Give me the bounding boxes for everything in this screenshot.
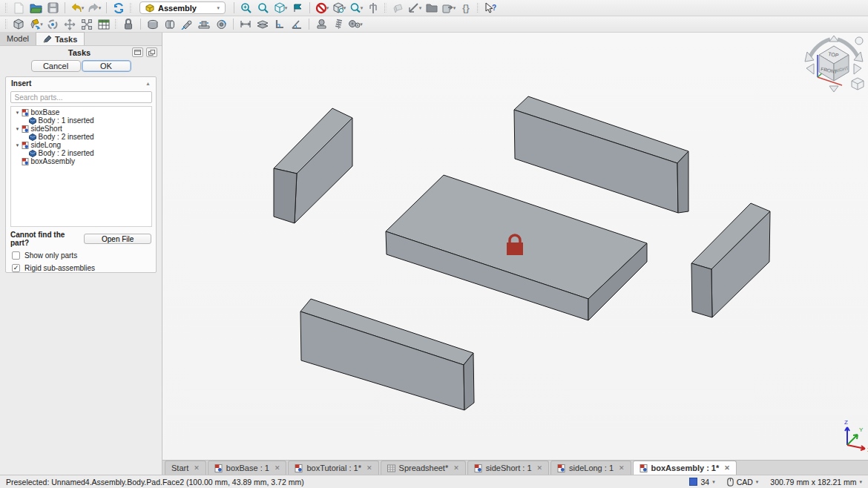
- undo-button[interactable]: ▾: [69, 1, 85, 16]
- nav-right-arrow-icon[interactable]: [854, 64, 861, 74]
- tree-item-body[interactable]: Body : 2 inserted: [11, 133, 151, 141]
- expander-icon[interactable]: ▼: [14, 143, 22, 148]
- open-file-button-panel[interactable]: Open File: [84, 234, 151, 244]
- redo-button[interactable]: ▾: [86, 1, 102, 16]
- screw-joint-button[interactable]: [330, 17, 346, 32]
- collapse-section-icon[interactable]: ▲: [145, 81, 151, 86]
- open-file-button[interactable]: [27, 1, 44, 16]
- toolbar-grip[interactable]: [477, 3, 479, 13]
- mdi-tab-boxbase[interactable]: boxBase : 1 ✕: [208, 461, 287, 475]
- tab-model[interactable]: Model: [0, 32, 36, 45]
- bill-of-materials-button[interactable]: [96, 17, 112, 32]
- checkbox-checked[interactable]: ✓: [12, 264, 20, 272]
- rack-pinion-joint-button[interactable]: [313, 17, 329, 32]
- mdi-tab-boxtutorial[interactable]: boxTutorial : 1* ✕: [288, 461, 378, 475]
- gear-belt-joint-button[interactable]: ▾: [347, 17, 364, 32]
- dropdown-arrow[interactable]: ▾: [99, 5, 102, 10]
- toolbar-grip[interactable]: [115, 19, 117, 29]
- exploded-view-button[interactable]: [79, 17, 95, 32]
- dropdown-arrow[interactable]: ▾: [361, 5, 364, 10]
- zoom-selection-button[interactable]: [255, 1, 272, 16]
- mdi-tab-sideshort[interactable]: sideShort : 1 ✕: [467, 461, 549, 475]
- nav-cube-body[interactable]: TOP FRONT RIGHT: [819, 46, 849, 81]
- toolbar-grip[interactable]: [130, 3, 132, 13]
- dock-overlay-button[interactable]: [289, 1, 306, 16]
- status-view-size[interactable]: 300.79 mm x 182.21 mm ▾: [770, 478, 862, 487]
- toolbar-grip[interactable]: [5, 3, 7, 13]
- fixed-joint-button[interactable]: [145, 17, 161, 32]
- dropdown-arrow[interactable]: ▾: [419, 5, 422, 10]
- move-part-button[interactable]: [62, 17, 78, 32]
- option-rigid-subassemblies[interactable]: ✓ Rigid sub-assemblies: [12, 264, 156, 272]
- close-icon[interactable]: ✕: [194, 464, 200, 472]
- insert-component-button[interactable]: ▾: [27, 17, 44, 32]
- dropdown-arrow[interactable]: ▾: [453, 5, 456, 10]
- revolute-joint-button[interactable]: [162, 17, 178, 32]
- draw-style-button[interactable]: ▾: [314, 1, 330, 16]
- cylindrical-joint-button[interactable]: [179, 17, 195, 32]
- expander-icon[interactable]: ▼: [14, 111, 22, 115]
- search-parts-input[interactable]: [10, 91, 152, 103]
- toggle-grounded-button[interactable]: [120, 17, 137, 32]
- part-button[interactable]: [389, 1, 406, 16]
- new-file-button[interactable]: [10, 1, 27, 16]
- ball-joint-button[interactable]: [213, 17, 229, 32]
- solve-assembly-button[interactable]: [45, 17, 61, 32]
- whats-this-button[interactable]: ?: [482, 1, 499, 16]
- mdi-tab-start[interactable]: Start ✕: [165, 461, 206, 475]
- close-icon[interactable]: ✕: [274, 464, 280, 472]
- status-nav-style-selector[interactable]: CAD ▾: [727, 478, 759, 487]
- part-sideshort-1[interactable]: [274, 108, 352, 223]
- refresh-button[interactable]: [111, 1, 127, 16]
- slider-joint-button[interactable]: [196, 17, 212, 32]
- mdi-tab-sidelong[interactable]: sideLong : 1 ✕: [550, 461, 631, 475]
- float-panel-icon[interactable]: [146, 47, 157, 57]
- nav-down-arrow-icon[interactable]: [829, 86, 838, 92]
- close-icon[interactable]: ✕: [619, 464, 625, 472]
- expander-icon[interactable]: ▼: [14, 127, 22, 131]
- tree-item-boxbase[interactable]: ▼ boxBase: [11, 108, 151, 116]
- dropdown-arrow[interactable]: ▾: [40, 22, 43, 27]
- save-button[interactable]: [45, 1, 61, 16]
- collapse-panel-icon[interactable]: [132, 47, 143, 57]
- nav-up-arrow-icon[interactable]: [829, 36, 838, 42]
- tree-item-body[interactable]: Body : 1 inserted: [11, 116, 151, 125]
- checkbox-unchecked[interactable]: [12, 251, 20, 260]
- angle-joint-button[interactable]: [289, 17, 305, 32]
- close-icon[interactable]: ✕: [453, 464, 459, 472]
- mdi-tab-spreadsheet[interactable]: Spreadsheet* ✕: [381, 461, 466, 475]
- toolbar-grip[interactable]: [384, 3, 387, 13]
- tree-item-sideshort[interactable]: ▼ sideShort: [11, 125, 151, 133]
- 3d-viewport[interactable]: TOP FRONT RIGHT Z Y X: [162, 33, 868, 460]
- status-zoom-selector[interactable]: 34 ▾: [689, 478, 714, 487]
- navigation-cube[interactable]: TOP FRONT RIGHT: [805, 36, 864, 92]
- distance-joint-button[interactable]: [237, 17, 254, 32]
- toolbar-grip[interactable]: [5, 19, 7, 29]
- measurement-button[interactable]: ▾: [407, 1, 423, 16]
- option-show-only-parts[interactable]: Show only parts: [12, 251, 156, 260]
- workbench-selector[interactable]: Assembly ▾: [139, 1, 226, 14]
- tree-item-boxassembly[interactable]: boxAssembly: [11, 157, 151, 165]
- insert-panel-header[interactable]: Insert ▲: [6, 77, 156, 88]
- tree-item-body[interactable]: Body : 2 inserted: [11, 149, 151, 157]
- zoom-fit-button[interactable]: [238, 1, 254, 16]
- mdi-tab-boxassembly[interactable]: boxAssembly : 1* ✕: [633, 461, 737, 475]
- zoom-tools-button[interactable]: ▾: [348, 1, 364, 16]
- dropdown-arrow[interactable]: ▾: [343, 5, 346, 10]
- tab-tasks[interactable]: Tasks: [36, 32, 85, 45]
- measure-caliper-button[interactable]: [365, 1, 381, 16]
- part-sidelong-2[interactable]: [300, 299, 474, 410]
- folder-button[interactable]: [424, 1, 440, 16]
- isometric-view-button[interactable]: ▾: [331, 1, 347, 16]
- close-icon[interactable]: ✕: [724, 464, 730, 472]
- part-sideshort-2[interactable]: [691, 203, 770, 317]
- ok-button[interactable]: OK: [82, 60, 131, 72]
- tree-item-sidelong[interactable]: ▼ sideLong: [11, 141, 151, 149]
- export-button[interactable]: ▾: [441, 1, 457, 16]
- close-icon[interactable]: ✕: [537, 464, 543, 472]
- part-sidelong-1[interactable]: [514, 96, 688, 213]
- parallel-joint-button[interactable]: [254, 17, 271, 32]
- macro-braces-button[interactable]: {}: [458, 1, 474, 16]
- dropdown-arrow[interactable]: ▾: [360, 22, 363, 27]
- create-assembly-button[interactable]: [10, 17, 27, 32]
